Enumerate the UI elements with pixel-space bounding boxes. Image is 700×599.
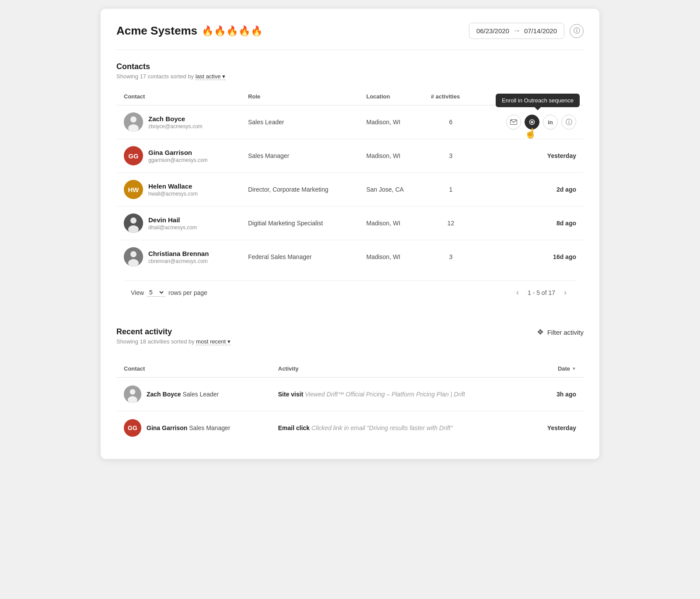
date-sort-icon: ▼ (572, 366, 576, 371)
svg-point-13 (130, 389, 136, 395)
col-header-actions (478, 88, 583, 105)
activities-cell: 1 (424, 173, 478, 207)
actions-or-time-cell: 8d ago (478, 207, 583, 240)
activity-date-cell: 3h ago (528, 378, 583, 411)
actions-or-time-cell: Yesterday (478, 139, 583, 173)
date-end: 07/14/2020 (524, 27, 557, 35)
time-ago-cell: 2d ago (485, 186, 576, 193)
activity-section-left: Recent activity Showing 18 activities so… (116, 327, 231, 353)
svg-point-10 (130, 251, 136, 257)
actions-or-time-cell: 16d ago (478, 240, 583, 274)
contact-email: ggarrison@acmesys.com (148, 157, 208, 163)
col-header-location: Location (359, 88, 424, 105)
avatar: HW (124, 180, 143, 199)
activities-cell: 3 (424, 240, 478, 274)
funnel-icon: ❖ (537, 327, 544, 337)
table-row: Zach Boyce zboyce@acmesys.com Sales Lead… (117, 105, 584, 139)
activity-contact-cell: Zach Boyce Sales Leader (117, 378, 271, 411)
activity-description-cell: Site visit Viewed Drift™ Official Pricin… (271, 378, 528, 411)
contact-info-wrapper: Zach Boyce zboyce@acmesys.com (124, 112, 234, 132)
time-ago-cell: 16d ago (485, 253, 576, 261)
location-cell: Madison, WI (359, 240, 424, 274)
contact-name: Zach Boyce (148, 115, 203, 123)
role-cell: Director, Corporate Marketing (241, 173, 359, 207)
contact-name: Gina Garrison (148, 149, 208, 156)
actions-or-time-cell: Enroll in Outreach sequence (478, 105, 583, 139)
activity-contact-cell: GG Gina Garrison Sales Manager (117, 411, 271, 445)
date-start: 06/23/2020 (476, 27, 509, 35)
header: Acme Systems 🔥🔥🔥🔥🔥 06/23/2020 → 07/14/20… (116, 23, 584, 50)
next-page-button[interactable]: › (561, 287, 569, 298)
activity-type: Email click (278, 424, 310, 431)
linkedin-button[interactable]: in (543, 115, 558, 130)
activity-table: Contact Activity Date ▼ Zach Boyce Sa (116, 360, 584, 445)
header-right: 06/23/2020 → 07/14/2020 ⓘ (469, 23, 584, 39)
filter-activity-button[interactable]: ❖ Filter activity (537, 327, 584, 337)
date-range[interactable]: 06/23/2020 → 07/14/2020 (469, 23, 564, 39)
rows-per-page-label: rows per page (168, 289, 207, 296)
activity-subtitle: Showing 18 activities sorted by most rec… (116, 338, 231, 345)
activity-sort-link[interactable]: most recent ▾ (196, 338, 231, 345)
contact-info-wrapper: Christiana Brennan cbrennan@acmesys.com (124, 247, 234, 266)
activity-contact-info: GG Gina Garrison Sales Manager (124, 419, 264, 437)
contacts-title: Contacts (116, 62, 584, 71)
contact-info-wrapper: Devin Hail dhail@acmesys.com (124, 214, 234, 233)
contact-info-wrapper: GG Gina Garrison ggarrison@acmesys.com (124, 146, 234, 165)
activity-col-activity: Activity (271, 360, 528, 378)
contact-info: Zach Boyce zboyce@acmesys.com (148, 115, 203, 130)
time-ago: 16d ago (553, 253, 576, 260)
activity-section-header: Recent activity Showing 18 activities so… (116, 327, 584, 353)
contact-info: Christiana Brennan cbrennan@acmesys.com (148, 250, 209, 264)
contact-email: cbrennan@acmesys.com (148, 258, 209, 264)
svg-point-7 (130, 217, 136, 224)
actions-cell: Enroll in Outreach sequence (485, 115, 576, 130)
activity-description-cell: Email click Clicked link in email "Drivi… (271, 411, 528, 445)
activity-detail: Clicked link in email "Driving results f… (312, 424, 453, 431)
svg-point-1 (130, 116, 136, 123)
contacts-subtitle-prefix: Showing 17 contacts sorted by (116, 73, 194, 80)
pagination: View 5 10 25 rows per page ‹ 1 - 5 of 17… (124, 280, 576, 304)
avatar (124, 385, 141, 403)
contact-cell: GG Gina Garrison ggarrison@acmesys.com (117, 139, 241, 173)
activity-subtitle-prefix: Showing 18 activities sorted by (116, 338, 194, 345)
activities-cell: 12 (424, 207, 478, 240)
contacts-section: Contacts Showing 17 contacts sorted by l… (116, 62, 584, 312)
role-cell: Sales Leader (241, 105, 359, 139)
table-row: Christiana Brennan cbrennan@acmesys.com … (117, 240, 584, 274)
contact-info: Gina Garrison ggarrison@acmesys.com (148, 149, 208, 163)
contacts-table: Contact Role Location # activities Zach … (116, 88, 584, 312)
activity-col-date: Date ▼ (528, 360, 583, 378)
table-row: Zach Boyce Sales Leader Site visit Viewe… (117, 378, 584, 411)
info-button[interactable]: ⓘ (561, 115, 576, 130)
activity-detail: Viewed Drift™ Official Pricing – Platfor… (305, 391, 465, 398)
svg-point-5 (531, 121, 533, 123)
prev-page-button[interactable]: ‹ (514, 287, 522, 298)
info-icon[interactable]: ⓘ (570, 24, 584, 38)
activity-contact-name: Zach Boyce Sales Leader (147, 391, 219, 398)
main-card: Acme Systems 🔥🔥🔥🔥🔥 06/23/2020 → 07/14/20… (101, 9, 599, 459)
role-cell: Sales Manager (241, 139, 359, 173)
time-ago: Yesterday (547, 152, 576, 159)
activity-type: Site visit (278, 391, 304, 398)
table-row: GG Gina Garrison Sales Manager Email cli… (117, 411, 584, 445)
col-header-contact: Contact (117, 88, 241, 105)
filter-activity-label: Filter activity (547, 329, 584, 336)
contact-email: hwall@acmesys.com (148, 191, 198, 197)
contact-email: dhail@acmesys.com (148, 224, 197, 231)
activity-col-contact: Contact (117, 360, 271, 378)
table-row: HW Helen Wallace hwall@acmesys.com Direc… (117, 173, 584, 207)
time-ago-cell: 8d ago (485, 219, 576, 227)
contacts-sort-link[interactable]: last active ▾ (196, 73, 225, 80)
activities-cell: 3 (424, 139, 478, 173)
location-cell: Madison, WI (359, 207, 424, 240)
email-button[interactable] (506, 115, 521, 130)
rows-per-page-select[interactable]: 5 10 25 (147, 288, 165, 297)
outreach-button[interactable] (525, 115, 539, 130)
avatar (124, 214, 143, 233)
action-icons: in ⓘ (485, 115, 576, 130)
cursor-icon: ☝ (525, 128, 536, 139)
header-left: Acme Systems 🔥🔥🔥🔥🔥 (116, 24, 263, 38)
activity-title: Recent activity (116, 327, 231, 336)
role-cell: Federal Sales Manager (241, 240, 359, 274)
actions-or-time-cell: 2d ago (478, 173, 583, 207)
